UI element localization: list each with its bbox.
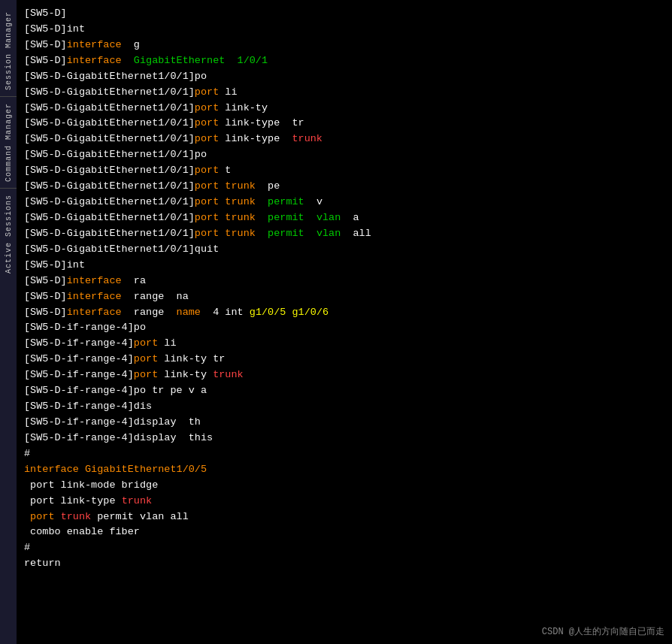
terminal-line: [SW5-D-if-range-4]po tr pe v a [24, 383, 664, 399]
terminal-line: [SW5-D-if-range-4]dis [24, 399, 664, 415]
terminal-line: [SW5-D] [24, 6, 664, 22]
terminal-line: # [24, 540, 664, 556]
terminal-line: interface GigabitEthernet1/0/5 [24, 462, 664, 478]
terminal-line: [SW5-D-GigabitEthernet1/0/1]po [24, 147, 664, 163]
terminal-line: [SW5-D-GigabitEthernet1/0/1]port trunk p… [24, 195, 664, 210]
terminal-line: # [24, 446, 664, 462]
terminal-line: [SW5-D-GigabitEthernet1/0/1]port t [24, 163, 664, 179]
terminal-line: port link-mode bridge [24, 478, 664, 494]
terminal-output: [SW5-D] [SW5-D]int [SW5-D]interface g [S… [24, 6, 664, 572]
terminal-area[interactable]: [SW5-D] [SW5-D]int [SW5-D]interface g [S… [17, 0, 672, 644]
command-manager-label: Command Manager [3, 99, 14, 186]
terminal-line: [SW5-D-GigabitEthernet1/0/1]port link-ty… [24, 116, 664, 132]
terminal-line: [SW5-D-GigabitEthernet1/0/1]port trunk p… [24, 179, 664, 195]
terminal-line: [SW5-D]interface ra [24, 274, 664, 289]
sidebar-divider-2 [0, 188, 17, 189]
terminal-line: [SW5-D]interface range name 4 int g1/0/5… [24, 305, 664, 321]
terminal-line: combo enable fiber [24, 525, 664, 540]
terminal-line: [SW5-D-GigabitEthernet1/0/1]quit [24, 242, 664, 258]
terminal-line: [SW5-D]interface g [24, 38, 664, 53]
terminal-line: [SW5-D-if-range-4]po [24, 320, 664, 336]
terminal-line: port trunk permit vlan all [24, 509, 664, 525]
terminal-line: [SW5-D-GigabitEthernet1/0/1]port li [24, 85, 664, 101]
terminal-line: [SW5-D]interface range na [24, 289, 664, 305]
terminal-line: [SW5-D-GigabitEthernet1/0/1]po [24, 69, 664, 85]
active-sessions-label: Active Sessions [3, 191, 14, 277]
terminal-line: [SW5-D-GigabitEthernet1/0/1]port trunk p… [24, 210, 664, 226]
sidebar-panel: Session Manager Command Manager Active S… [0, 0, 17, 644]
terminal-line: [SW5-D-GigabitEthernet1/0/1]port trunk p… [24, 226, 664, 242]
terminal-line: return [24, 556, 664, 572]
terminal-line: [SW5-D-GigabitEthernet1/0/1]port link-ty [24, 101, 664, 116]
terminal-line: [SW5-D-if-range-4]display this [24, 431, 664, 446]
watermark: CSDN @人生的方向随自已而走 [542, 625, 664, 638]
terminal-line: [SW5-D]int [24, 22, 664, 38]
terminal-line: [SW5-D-if-range-4]port link-ty tr [24, 352, 664, 367]
session-manager-label: Session Manager [3, 8, 14, 94]
terminal-line: [SW5-D]int [24, 258, 664, 274]
terminal-line: [SW5-D]interface GigabitEthernet 1/0/1 [24, 53, 664, 69]
terminal-line: [SW5-D-if-range-4]port li [24, 336, 664, 352]
terminal-line: [SW5-D-if-range-4]port link-ty trunk [24, 367, 664, 383]
terminal-line: [SW5-D-GigabitEthernet1/0/1]port link-ty… [24, 132, 664, 147]
terminal-line: port link-type trunk [24, 494, 664, 509]
terminal-line: [SW5-D-if-range-4]display th [24, 415, 664, 431]
sidebar-divider-1 [0, 96, 17, 97]
